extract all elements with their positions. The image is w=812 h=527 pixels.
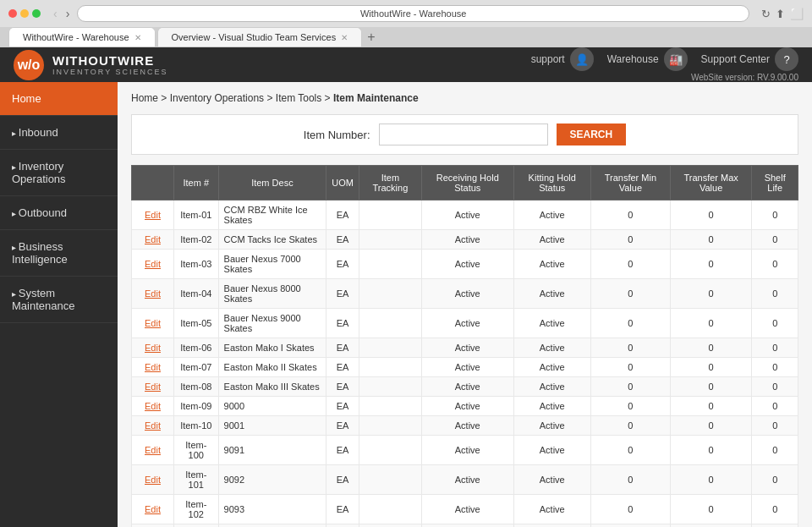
browser-tab-vsts[interactable]: Overview - Visual Studio Team Services ✕ [157, 27, 363, 47]
cell-edit-10[interactable]: Edit [132, 436, 174, 465]
tab-close-2[interactable]: ✕ [341, 33, 348, 42]
cell-kitting-hold-11: Active [513, 465, 590, 495]
edit-link-6[interactable]: Edit [145, 362, 161, 372]
cell-uom-9: EA [326, 416, 359, 436]
breadcrumb-sep2: > [266, 92, 275, 104]
browser-right-icons: ⬆ ⬜ [776, 8, 804, 20]
minimize-dot[interactable] [20, 9, 29, 18]
cell-item-num-2: Item-03 [174, 250, 219, 279]
sidebar-item-inventory-operations[interactable]: Inventory Operations [0, 150, 118, 196]
cell-edit-1[interactable]: Edit [132, 230, 174, 250]
breadcrumb-home[interactable]: Home [131, 92, 158, 104]
cell-kitting-hold-10: Active [513, 436, 590, 465]
browser-nav: ‹ › [51, 7, 72, 20]
cell-shelf-life-12: 0 [752, 495, 798, 524]
edit-link-2[interactable]: Edit [145, 259, 161, 269]
breadcrumb-inventory[interactable]: Inventory Operations [170, 92, 264, 104]
browser-titlebar: ‹ › WithoutWire - Warehouse ↻ ⬆ ⬜ [0, 0, 812, 27]
cell-tracking-4 [359, 309, 421, 338]
edit-link-7[interactable]: Edit [145, 382, 161, 392]
edit-link-4[interactable]: Edit [145, 318, 161, 328]
edit-link-5[interactable]: Edit [145, 343, 161, 353]
window-icon[interactable]: ⬜ [790, 8, 804, 20]
cell-kitting-hold-9: Active [513, 416, 590, 436]
logo-sub: INVENTORY SCIENCES [52, 68, 168, 76]
tab-close-1[interactable]: ✕ [134, 33, 141, 42]
edit-link-12[interactable]: Edit [145, 504, 161, 514]
cell-edit-3[interactable]: Edit [132, 279, 174, 309]
cell-tracking-5 [359, 338, 421, 358]
maximize-dot[interactable] [32, 9, 41, 18]
search-button[interactable]: SEARCH [557, 124, 627, 145]
cell-receiving-hold-5: Active [421, 338, 513, 358]
forward-button[interactable]: › [63, 7, 73, 20]
cell-shelf-life-4: 0 [752, 309, 798, 338]
support-center-link[interactable]: Support Center ? [701, 47, 798, 71]
cell-transfer-min-0: 0 [590, 200, 670, 230]
cell-uom-12: EA [326, 495, 359, 524]
close-dot[interactable] [8, 9, 17, 18]
table-body: Edit Item-01 CCM RBZ White Ice Skates EA… [132, 200, 798, 528]
edit-link-1[interactable]: Edit [145, 234, 161, 244]
app-container: w/o WITHOUTWIRE INVENTORY SCIENCES suppo… [0, 47, 812, 527]
browser-tab-withoutwire[interactable]: WithoutWire - Warehouse ✕ [8, 27, 156, 47]
edit-link-10[interactable]: Edit [145, 445, 161, 455]
warehouse-link[interactable]: Warehouse 🏭 [607, 47, 688, 71]
cell-tracking-1 [359, 230, 421, 250]
cell-edit-6[interactable]: Edit [132, 358, 174, 377]
cell-kitting-hold-8: Active [513, 397, 590, 416]
col-transfer-min: Transfer Min Value [590, 166, 670, 200]
cell-receiving-hold-8: Active [421, 397, 513, 416]
sidebar-item-home[interactable]: Home [0, 82, 118, 116]
support-link[interactable]: support 👤 [531, 47, 594, 71]
cell-item-num-8: Item-09 [174, 397, 219, 416]
refresh-icon[interactable]: ↻ [761, 8, 771, 20]
cell-edit-0[interactable]: Edit [132, 200, 174, 230]
warehouse-label: Warehouse [607, 53, 659, 65]
table-row: Edit Item-07 Easton Mako II Skates EA Ac… [132, 358, 798, 377]
browser-chrome: ‹ › WithoutWire - Warehouse ↻ ⬆ ⬜ Withou… [0, 0, 812, 47]
cell-kitting-hold-7: Active [513, 377, 590, 397]
cell-transfer-min-5: 0 [590, 338, 670, 358]
breadcrumb-current: Item Maintenance [333, 92, 419, 104]
cell-item-num-3: Item-04 [174, 279, 219, 309]
support-center-label: Support Center [701, 53, 770, 65]
cell-edit-8[interactable]: Edit [132, 397, 174, 416]
cell-receiving-hold-12: Active [421, 495, 513, 524]
table-row: Edit Item-02 CCM Tacks Ice Skates EA Act… [132, 230, 798, 250]
edit-link-11[interactable]: Edit [145, 475, 161, 485]
cell-edit-12[interactable]: Edit [132, 495, 174, 524]
col-kitting-hold: Kitting Hold Status [513, 166, 590, 200]
table-row: Edit Item-08 Easton Mako III Skates EA A… [132, 377, 798, 397]
edit-link-9[interactable]: Edit [145, 420, 161, 431]
cell-edit-11[interactable]: Edit [132, 465, 174, 495]
sidebar-item-system-maintenance[interactable]: System Maintenance [0, 277, 118, 323]
cell-tracking-6 [359, 358, 421, 377]
cell-edit-2[interactable]: Edit [132, 250, 174, 279]
cell-kitting-hold-13: Active [513, 524, 590, 528]
edit-link-0[interactable]: Edit [145, 210, 161, 220]
cell-transfer-min-1: 0 [590, 230, 670, 250]
cell-tracking-13 [359, 524, 421, 528]
app-header: w/o WITHOUTWIRE INVENTORY SCIENCES suppo… [0, 47, 812, 82]
cell-edit-9[interactable]: Edit [132, 416, 174, 436]
edit-link-8[interactable]: Edit [145, 401, 161, 411]
share-icon[interactable]: ⬆ [776, 8, 785, 20]
edit-link-3[interactable]: Edit [145, 288, 161, 299]
sidebar-item-outbound[interactable]: Outbound [0, 196, 118, 230]
sidebar-item-business-intelligence[interactable]: Business Intelligence [0, 230, 118, 277]
cell-edit-4[interactable]: Edit [132, 309, 174, 338]
cell-edit-5[interactable]: Edit [132, 338, 174, 358]
cell-transfer-max-4: 0 [670, 309, 752, 338]
search-input[interactable] [379, 124, 548, 145]
new-tab-button[interactable]: + [367, 30, 375, 45]
cell-shelf-life-10: 0 [752, 436, 798, 465]
sidebar-item-inbound[interactable]: Inbound [0, 116, 118, 150]
breadcrumb-item-tools[interactable]: Item Tools [276, 92, 321, 104]
cell-item-desc-0: CCM RBZ White Ice Skates [218, 200, 326, 230]
cell-edit-7[interactable]: Edit [132, 377, 174, 397]
url-bar[interactable]: WithoutWire - Warehouse [77, 5, 749, 22]
back-button[interactable]: ‹ [51, 7, 60, 20]
cell-edit-13[interactable]: Edit [132, 524, 174, 528]
cell-tracking-0 [359, 200, 421, 230]
